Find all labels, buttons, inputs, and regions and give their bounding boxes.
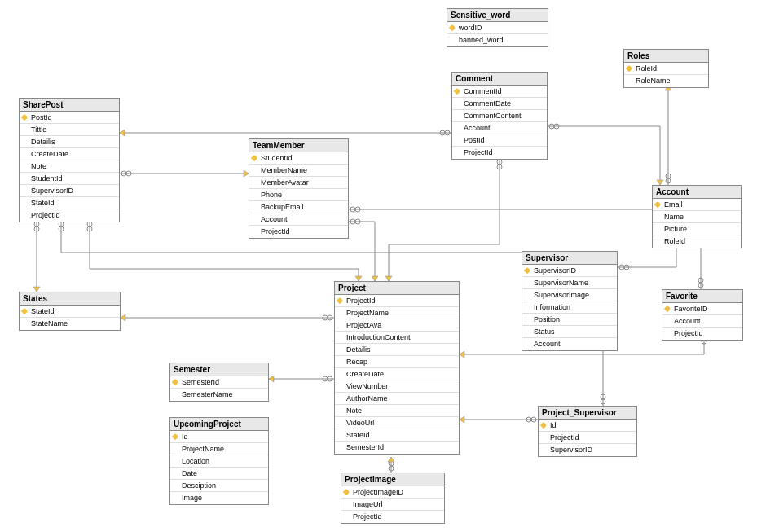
col: StateId [20, 197, 119, 209]
svg-point-65 [323, 315, 328, 320]
col: Location [170, 455, 268, 468]
svg-point-43 [355, 219, 360, 224]
svg-point-72 [531, 417, 536, 422]
svg-point-47 [666, 174, 671, 178]
col: SupervisorID [522, 265, 617, 277]
col: Name [653, 211, 741, 223]
col: Account [452, 122, 547, 134]
col: SupervisorID [539, 444, 636, 456]
col: CommentDate [452, 98, 547, 110]
table-title: States [20, 292, 120, 306]
svg-point-33 [87, 226, 92, 231]
col: Phone [249, 189, 348, 201]
table-title: Project [335, 282, 459, 295]
col: MemberAvatar [249, 177, 348, 189]
table-title: Project_Supervisor [539, 407, 636, 420]
table-title: UpcomingProject [170, 418, 268, 431]
table-states[interactable]: States StateId StateName [19, 292, 121, 331]
table-sharepost[interactable]: SharePost PostId Tittle Detailis CreateD… [19, 98, 120, 222]
col: Position [522, 314, 617, 326]
svg-point-69 [323, 376, 328, 381]
col: ProjectId [335, 295, 459, 307]
svg-marker-66 [121, 314, 125, 321]
svg-point-17 [126, 171, 131, 176]
svg-point-64 [328, 315, 332, 320]
col: StudentId [20, 173, 119, 185]
col: StateId [335, 429, 459, 442]
col: Detailis [335, 344, 459, 356]
col: Note [335, 405, 459, 417]
svg-marker-62 [460, 351, 464, 358]
col: Email [653, 199, 741, 211]
col: SemesterId [170, 376, 268, 389]
col: FavoriteID [662, 303, 742, 315]
svg-point-42 [350, 219, 355, 224]
col: ProjectId [341, 511, 444, 523]
col: Note [20, 160, 119, 173]
col: SupervisorID [20, 185, 119, 197]
table-favorite[interactable]: Favorite FavoriteID Account ProjectId [662, 289, 743, 341]
table-comment[interactable]: Comment CommentId CommentDate CommentCon… [451, 72, 548, 160]
table-title: SharePost [20, 99, 119, 112]
table-account[interactable]: Account Email Name Picture RoleId [652, 185, 742, 248]
table-upcomingproject[interactable]: UpcomingProject Id ProjectName Location … [169, 417, 269, 505]
col: PostId [20, 112, 119, 124]
col: Id [170, 431, 268, 443]
svg-point-80 [389, 466, 394, 471]
col-roleid: RoleId [624, 63, 708, 75]
svg-point-73 [526, 417, 531, 422]
svg-point-16 [121, 171, 126, 176]
table-teammember[interactable]: TeamMember StudentId MemberName MemberAv… [249, 138, 349, 239]
col: SupervisorImage [522, 289, 617, 301]
table-title: TeamMember [249, 139, 348, 152]
col: CommentContent [452, 110, 547, 122]
col: Account [662, 315, 742, 328]
col: SupervisorName [522, 277, 617, 289]
table-supervisor[interactable]: Supervisor SupervisorID SupervisorName S… [522, 251, 618, 351]
table-title: Comment [452, 73, 547, 86]
col: Status [522, 326, 617, 338]
col: Image [170, 492, 268, 504]
col: AuthorName [335, 393, 459, 405]
svg-point-76 [601, 399, 605, 404]
svg-marker-70 [269, 376, 274, 382]
col: StudentId [249, 152, 348, 165]
col: ImageUrl [341, 499, 444, 511]
svg-point-2 [440, 130, 445, 135]
col: RoleId [653, 235, 741, 248]
svg-point-77 [601, 394, 605, 399]
col: ViewNumber [335, 380, 459, 393]
col: MemberName [249, 165, 348, 177]
table-sensitive-word[interactable]: Sensitive_word wordID banned_word [447, 8, 548, 47]
col-bannedword: banned_word [447, 34, 548, 46]
col: Account [249, 213, 348, 226]
table-title: Account [653, 186, 741, 199]
table-project-supervisor[interactable]: Project_Supervisor Id ProjectId Supervis… [538, 406, 637, 457]
col: PostId [452, 134, 547, 147]
table-semester[interactable]: Semester SemesterId SemesterName [169, 363, 269, 402]
col: ProjectId [20, 209, 119, 222]
col: BackupEmail [249, 201, 348, 213]
col: ProjectId [452, 147, 547, 159]
col: SemesterId [335, 442, 459, 454]
svg-point-46 [666, 178, 671, 183]
svg-point-13 [497, 165, 502, 169]
col-rolename: RoleName [624, 75, 708, 87]
col: Desciption [170, 480, 268, 492]
col: StateName [20, 318, 120, 330]
col: Tittle [20, 124, 119, 136]
table-roles[interactable]: Roles RoleId RoleName [623, 49, 709, 88]
col-wordid: wordID [447, 22, 548, 34]
col: CreateDate [335, 368, 459, 380]
table-title: Semester [170, 363, 268, 376]
col: ProjectId [662, 328, 742, 340]
col: Account [522, 338, 617, 350]
svg-point-27 [34, 226, 39, 231]
col: Id [539, 420, 636, 432]
col: ProjectImageID [341, 486, 444, 499]
table-projectimage[interactable]: ProjectImage ProjectImageID ImageUrl Pro… [341, 473, 445, 524]
col: ProjectAva [335, 319, 459, 332]
svg-point-38 [355, 207, 360, 212]
table-project[interactable]: Project ProjectId ProjectName ProjectAva… [334, 281, 460, 455]
svg-point-6 [549, 124, 554, 129]
